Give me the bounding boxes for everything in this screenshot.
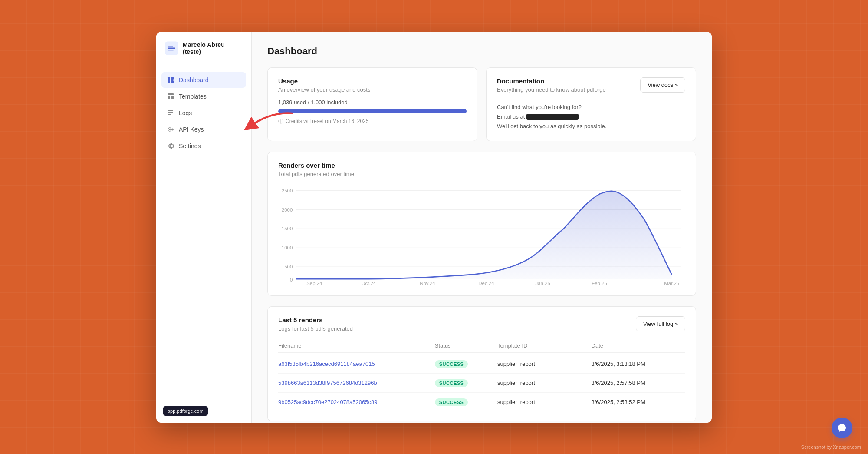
chart-subtitle: Total pdfs generated over time: [278, 171, 685, 177]
usage-card-subtitle: An overview of your usage and costs: [278, 86, 467, 93]
col-template-id: Template ID: [497, 342, 591, 349]
table-columns: Filename Status Template ID Date: [278, 339, 685, 353]
table-row: 9b0525ac9dcc70e27024078a52065c89 SUCCESS…: [278, 393, 685, 411]
user-name: Marcelo Abreu (teste): [183, 41, 243, 55]
svg-point-15: [169, 129, 171, 130]
usage-stats: 1,039 used / 1,000 included: [278, 99, 467, 106]
docs-card: Documentation Everything you need to kno…: [486, 67, 696, 141]
usage-bar-fill: [278, 109, 467, 113]
svg-rect-8: [168, 93, 174, 95]
sidebar-item-label-settings: Settings: [179, 142, 201, 149]
svg-text:Jan.25: Jan.25: [536, 281, 550, 286]
doc-contact-text: Can't find what you're looking for? Emai…: [497, 103, 685, 131]
sidebar: Marcelo Abreu (teste) Dashboard Template…: [156, 32, 252, 423]
table-header-left: Last 5 renders Logs for last 5 pdfs gene…: [278, 316, 353, 332]
chat-button[interactable]: [832, 418, 852, 438]
filename-link[interactable]: 539b663a6113d38f975672684d31296b: [278, 380, 435, 386]
docs-card-title: Documentation: [497, 77, 640, 85]
svg-rect-1: [168, 46, 173, 46]
svg-rect-2: [168, 47, 175, 48]
svg-text:1000: 1000: [282, 245, 293, 250]
chart-container: 2500 2000 1500 1000 500 0 Sep.24 Oct.24 …: [278, 186, 685, 286]
svg-rect-4: [168, 77, 170, 80]
svg-rect-13: [168, 114, 171, 115]
filename-link[interactable]: a63f535fb4b216acecd691184aea7015: [278, 361, 435, 367]
table-title: Last 5 renders: [278, 316, 353, 324]
svg-text:2000: 2000: [282, 207, 293, 212]
redacted-email: [526, 114, 579, 120]
svg-text:Dec.24: Dec.24: [478, 281, 494, 286]
sidebar-item-apikeys[interactable]: API Keys: [161, 122, 246, 137]
screenshot-credit: Screenshot by Xnapper.com: [801, 444, 861, 450]
status-badge: SUCCESS: [435, 398, 497, 406]
page-title: Dashboard: [267, 46, 696, 57]
table-subtitle: Logs for last 5 pdfs generated: [278, 325, 353, 332]
renders-chart: 2500 2000 1500 1000 500 0 Sep.24 Oct.24 …: [278, 186, 685, 286]
doc-card-inner: Documentation Everything you need to kno…: [497, 77, 685, 99]
svg-rect-10: [171, 96, 174, 99]
sidebar-nav: Dashboard Templates Logs API Keys: [156, 65, 251, 161]
filename-link[interactable]: 9b0525ac9dcc70e27024078a52065c89: [278, 399, 435, 405]
main-content: Dashboard Usage An overview of your usag…: [252, 32, 712, 423]
svg-text:Oct.24: Oct.24: [362, 281, 376, 286]
view-full-log-button[interactable]: View full log »: [636, 316, 685, 331]
table-header-row: Last 5 renders Logs for last 5 pdfs gene…: [278, 316, 685, 332]
sidebar-item-logs[interactable]: Logs: [161, 105, 246, 121]
app-container: Marcelo Abreu (teste) Dashboard Template…: [156, 32, 712, 423]
template-id: supplier_report: [497, 399, 591, 405]
svg-text:1500: 1500: [282, 226, 293, 231]
usage-bar-bg: [278, 109, 467, 113]
sidebar-item-label-apikeys: API Keys: [179, 126, 204, 133]
svg-text:Mar.25: Mar.25: [664, 281, 679, 286]
date: 3/6/2025, 3:13:18 PM: [592, 361, 685, 367]
logs-icon: [167, 109, 174, 117]
svg-text:Nov.24: Nov.24: [420, 281, 435, 286]
sidebar-item-label-dashboard: Dashboard: [179, 76, 209, 83]
api-keys-icon: [167, 126, 174, 133]
svg-rect-9: [168, 96, 170, 99]
settings-icon: [167, 142, 174, 150]
sidebar-item-label-logs: Logs: [179, 109, 192, 116]
usage-card-title: Usage: [278, 77, 467, 85]
svg-text:2500: 2500: [282, 188, 293, 193]
svg-rect-12: [168, 112, 173, 113]
template-id: supplier_report: [497, 361, 591, 367]
sidebar-bottom: app.pdforge.com: [156, 399, 251, 423]
info-icon: ⓘ: [278, 118, 283, 125]
svg-rect-11: [168, 110, 173, 111]
app-url-tooltip: app.pdforge.com: [163, 406, 208, 416]
sidebar-item-label-templates: Templates: [179, 93, 207, 100]
svg-text:0: 0: [290, 277, 293, 282]
view-docs-button[interactable]: View docs »: [640, 77, 685, 93]
svg-rect-6: [168, 80, 170, 83]
templates-icon: [167, 93, 174, 100]
table-section: Last 5 renders Logs for last 5 pdfs gene…: [267, 306, 696, 421]
chart-title: Renders over time: [278, 162, 685, 169]
svg-rect-5: [171, 77, 174, 80]
col-date: Date: [592, 342, 685, 349]
usage-reset: ⓘ Credits will reset on March 16, 2025: [278, 118, 467, 125]
usage-card: Usage An overview of your usage and cost…: [267, 67, 477, 141]
svg-rect-3: [168, 49, 174, 50]
svg-text:Feb.25: Feb.25: [592, 281, 607, 286]
docs-card-subtitle: Everything you need to know about pdforg…: [497, 86, 640, 93]
doc-card-left: Documentation Everything you need to kno…: [497, 77, 640, 99]
status-badge: SUCCESS: [435, 360, 497, 368]
cards-row: Usage An overview of your usage and cost…: [267, 67, 696, 141]
sidebar-item-settings[interactable]: Settings: [161, 138, 246, 154]
sidebar-logo: Marcelo Abreu (teste): [156, 32, 251, 65]
col-status: Status: [435, 342, 497, 349]
svg-text:Sep.24: Sep.24: [306, 281, 322, 286]
col-filename: Filename: [278, 342, 435, 349]
table-row: 539b663a6113d38f975672684d31296b SUCCESS…: [278, 374, 685, 393]
date: 3/6/2025, 2:57:58 PM: [592, 380, 685, 386]
status-badge: SUCCESS: [435, 379, 497, 387]
chart-section: Renders over time Total pdfs generated o…: [267, 152, 696, 296]
pdforge-logo-icon: [165, 41, 178, 55]
dashboard-icon: [167, 76, 174, 84]
sidebar-item-templates[interactable]: Templates: [161, 89, 246, 104]
table-row: a63f535fb4b216acecd691184aea7015 SUCCESS…: [278, 355, 685, 374]
sidebar-item-dashboard[interactable]: Dashboard: [161, 72, 246, 88]
template-id: supplier_report: [497, 380, 591, 386]
svg-rect-7: [171, 80, 174, 83]
